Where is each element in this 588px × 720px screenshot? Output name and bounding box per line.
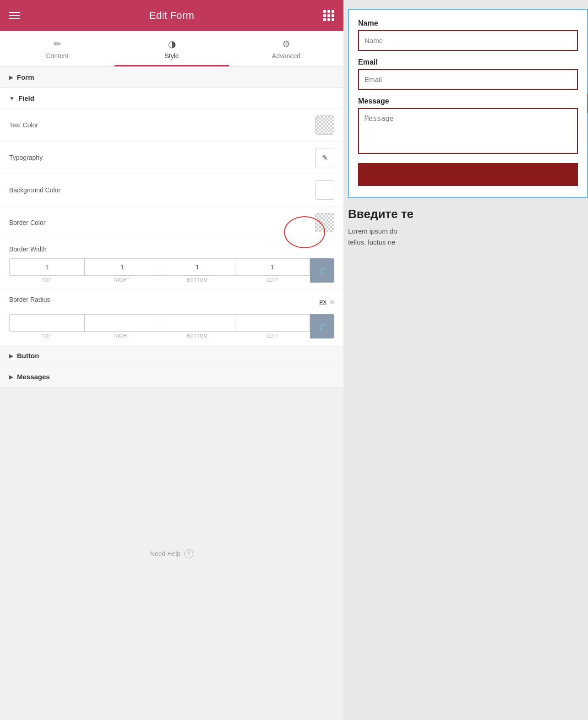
tab-content[interactable]: ✏ Content bbox=[0, 31, 114, 66]
header: Edit Form bbox=[0, 0, 343, 31]
form-email-label: Email bbox=[358, 58, 578, 66]
button-section-header[interactable]: ▶ Button bbox=[0, 345, 343, 366]
border-width-top[interactable] bbox=[9, 258, 84, 276]
unit-percent[interactable]: % bbox=[329, 299, 334, 305]
form-field-message: Message bbox=[358, 97, 578, 156]
form-name-label: Name bbox=[358, 19, 578, 27]
text-color-label: Text Color bbox=[9, 121, 38, 129]
border-color-row: Border Color bbox=[0, 207, 343, 239]
form-message-textarea[interactable] bbox=[358, 108, 578, 154]
unit-px[interactable]: PX bbox=[319, 299, 327, 305]
border-width-inputs: TOP RIGHT BOTTOM LEFT 🔗 bbox=[9, 258, 334, 283]
border-radius-top-label: TOP bbox=[42, 333, 52, 338]
typography-edit-button[interactable]: ✎ bbox=[315, 148, 334, 167]
border-radius-header: Border Radius PX % bbox=[9, 296, 334, 309]
border-radius-top[interactable] bbox=[9, 314, 84, 332]
border-radius-label: Border Radius bbox=[9, 296, 50, 303]
border-radius-right-label: RIGHT bbox=[114, 333, 130, 338]
border-radius-top-group: TOP bbox=[9, 314, 84, 338]
header-title: Edit Form bbox=[149, 10, 194, 22]
typography-label: Typography bbox=[9, 154, 43, 161]
style-icon: ◑ bbox=[168, 38, 176, 49]
content-icon: ✏ bbox=[54, 38, 61, 49]
border-radius-inputs: TOP RIGHT BOTTOM LEFT 🔗 bbox=[9, 314, 334, 338]
field-section: ▼ Field Text Color Typography ✎ Backgrou… bbox=[0, 88, 343, 345]
form-preview: ⋮⋮ Name Email Message bbox=[348, 9, 588, 198]
advanced-icon: ⚙ bbox=[282, 38, 290, 49]
border-width-link-button[interactable]: 🔗 bbox=[310, 258, 334, 283]
border-color-label: Border Color bbox=[9, 219, 45, 226]
border-width-top-label: TOP bbox=[42, 278, 52, 283]
border-radius-right[interactable] bbox=[84, 314, 159, 332]
text-color-row: Text Color bbox=[0, 109, 343, 142]
border-width-left[interactable] bbox=[235, 258, 310, 276]
need-help-area: Need Help ? bbox=[0, 387, 343, 720]
border-width-right-group: RIGHT bbox=[84, 258, 159, 283]
form-email-input[interactable] bbox=[358, 69, 578, 90]
form-arrow-icon: ▶ bbox=[9, 74, 13, 81]
left-panel: Edit Form ✏ Content ◑ Style ⚙ Advanced ▶… bbox=[0, 0, 343, 720]
form-message-label: Message bbox=[358, 97, 578, 105]
hamburger-icon[interactable] bbox=[9, 12, 20, 19]
background-color-row: Background Color bbox=[0, 174, 343, 207]
tab-style-label: Style bbox=[164, 52, 179, 60]
preview-body: Lorem ipsum dotellus, luctus ne bbox=[348, 226, 588, 248]
border-radius-bottom[interactable] bbox=[160, 314, 235, 332]
border-radius-left-group: LEFT bbox=[235, 314, 310, 338]
border-width-right[interactable] bbox=[84, 258, 159, 276]
form-field-email: Email bbox=[358, 58, 578, 90]
border-radius-right-group: RIGHT bbox=[84, 314, 159, 338]
field-section-label: Field bbox=[18, 94, 34, 102]
preview-text-section: Введите те Lorem ipsum dotellus, luctus … bbox=[343, 198, 588, 248]
help-icon[interactable]: ? bbox=[184, 549, 193, 558]
form-section-header[interactable]: ▶ Form bbox=[0, 67, 343, 88]
border-radius-bottom-group: BOTTOM bbox=[160, 314, 235, 338]
field-section-header[interactable]: ▼ Field bbox=[0, 88, 343, 109]
text-color-picker[interactable] bbox=[315, 115, 334, 135]
border-width-label: Border Width bbox=[9, 245, 334, 253]
background-color-picker[interactable] bbox=[315, 180, 334, 200]
border-radius-link-button[interactable]: 🔗 bbox=[310, 314, 334, 338]
preview-heading: Введите те bbox=[348, 207, 588, 221]
right-panel: ⋮⋮ Name Email Message Введите те Lorem i… bbox=[343, 0, 588, 720]
form-submit-button[interactable] bbox=[358, 163, 578, 186]
tab-content-label: Content bbox=[46, 52, 68, 60]
tab-style[interactable]: ◑ Style bbox=[114, 31, 229, 66]
border-radius-left[interactable] bbox=[235, 314, 310, 332]
background-color-label: Background Color bbox=[9, 186, 60, 194]
need-help-label: Need Help bbox=[150, 550, 180, 557]
grid-icon[interactable] bbox=[323, 10, 334, 21]
border-radius-left-label: LEFT bbox=[267, 333, 278, 338]
border-radius-bottom-label: BOTTOM bbox=[187, 333, 208, 338]
border-width-bottom-group: BOTTOM bbox=[160, 258, 235, 283]
unit-toggle: PX % bbox=[319, 299, 334, 305]
button-arrow-icon: ▶ bbox=[9, 353, 13, 359]
border-width-left-group: LEFT bbox=[235, 258, 310, 283]
typography-row: Typography ✎ bbox=[0, 142, 343, 174]
border-width-section: Border Width TOP RIGHT BOTTOM LEFT bbox=[0, 239, 343, 289]
field-arrow-icon: ▼ bbox=[9, 95, 15, 102]
tab-advanced[interactable]: ⚙ Advanced bbox=[229, 31, 343, 66]
tab-advanced-label: Advanced bbox=[272, 52, 300, 60]
form-section-label: Form bbox=[17, 73, 34, 81]
tabs: ✏ Content ◑ Style ⚙ Advanced bbox=[0, 31, 343, 67]
messages-section-header[interactable]: ▶ Messages bbox=[0, 366, 343, 387]
border-radius-section: Border Radius PX % TOP RIGHT BOTTOM bbox=[0, 289, 343, 345]
border-width-left-label: LEFT bbox=[267, 278, 278, 283]
form-field-name: Name bbox=[358, 19, 578, 51]
border-width-right-label: RIGHT bbox=[114, 278, 130, 283]
border-width-top-group: TOP bbox=[9, 258, 84, 283]
messages-arrow-icon: ▶ bbox=[9, 374, 13, 380]
button-section-label: Button bbox=[17, 352, 39, 360]
border-color-picker[interactable] bbox=[315, 213, 334, 232]
border-width-bottom-label: BOTTOM bbox=[187, 278, 208, 283]
messages-section-label: Messages bbox=[17, 373, 50, 381]
border-width-bottom[interactable] bbox=[160, 258, 235, 276]
form-name-input[interactable] bbox=[358, 30, 578, 51]
